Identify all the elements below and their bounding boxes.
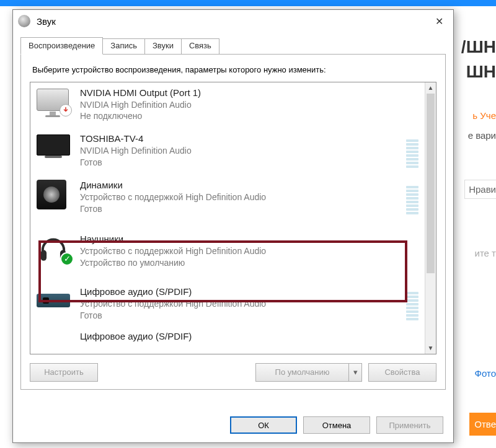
device-title: Динамики [80,180,397,190]
device-status: Устройство по умолчанию [80,257,418,269]
device-title: Цифровое аудио (S/PDIF) [80,286,397,297]
bg-answer-button[interactable]: Отве [469,413,496,436]
device-item[interactable]: Динамики Устройство с поддержкой High De… [30,175,425,221]
device-status: Готов [80,203,397,215]
tab-playback[interactable]: Воспроизведение [20,37,103,55]
vu-meter [406,181,418,214]
tabs-container: Воспроизведение Запись Звуки Связь Выбер… [13,32,453,390]
scroll-up-button[interactable]: ▲ [425,82,436,94]
speaker-icon [37,180,71,211]
spdif-icon [37,286,71,317]
dialog-title: Звук [37,16,56,27]
dialog-footer: ОК Отмена Применить [13,409,453,442]
scrollbar[interactable]: ▲ ▼ [425,82,436,354]
device-subtitle: NVIDIA High Definition Audio [80,99,418,111]
bg-like[interactable]: Нрави [464,180,496,199]
tab-comm[interactable]: Связь [181,38,219,56]
bg-hint: ите т [475,248,496,258]
bg-heading-1: /ШН [461,37,496,57]
close-icon: ✕ [435,15,443,27]
arrow-down-icon [60,104,72,116]
bg-line-2: е вари [468,130,496,141]
background-page-fragment: /ШН ШН ь Уче е вари Нрави ите т Фото [459,0,496,448]
device-item-partial[interactable]: Цифровое аудио (S/PDIF) [30,326,425,353]
device-title: NVIDIA HDMI Output (Port 1) [80,87,418,98]
headphones-icon: ✓ [37,234,71,265]
ok-button[interactable]: ОК [230,416,297,434]
spdif-icon [37,331,71,353]
device-title: Цифровое аудио (S/PDIF) [80,331,418,341]
chevron-down-icon[interactable]: ▾ [348,363,362,382]
tab-sounds[interactable]: Звуки [144,38,182,56]
apply-button[interactable]: Применить [376,416,443,434]
panel-button-row: Настроить По умолчанию ▾ Свойства [30,363,436,382]
check-icon: ✓ [60,252,74,266]
device-listbox[interactable]: NVIDIA HDMI Output (Port 1) NVIDIA High … [30,82,436,354]
device-list-content: NVIDIA HDMI Output (Port 1) NVIDIA High … [30,82,425,354]
device-item[interactable]: TOSHIBA-TV-4 NVIDIA High Definition Audi… [30,128,425,175]
tab-recording[interactable]: Запись [102,38,145,56]
device-item-default[interactable]: ✓ Наушники Устройство с поддержкой High … [30,221,425,281]
bg-heading-2: ШН [466,62,496,82]
device-subtitle: Устройство с поддержкой High Definition … [80,298,397,310]
set-default-split-button[interactable]: По умолчанию ▾ [255,363,362,382]
scroll-down-button[interactable]: ▼ [425,343,436,354]
background-top-bar [0,0,496,6]
vu-meter [406,287,418,320]
titlebar: Звук ✕ [13,10,453,32]
device-subtitle: Устройство с поддержкой High Definition … [80,245,418,257]
vu-meter [406,134,418,168]
device-subtitle: Устройство с поддержкой High Definition … [80,191,397,203]
scroll-track[interactable] [425,94,436,343]
properties-button[interactable]: Свойства [368,363,436,382]
monitor-icon [37,87,71,118]
sound-icon [18,15,30,27]
device-title: Наушники [80,234,418,244]
configure-button[interactable]: Настроить [30,363,98,382]
close-button[interactable]: ✕ [425,11,453,31]
device-status: Готов [80,310,397,322]
instruction-text: Выберите устройство воспроизведения, пар… [32,64,434,76]
svg-rect-0 [41,250,46,260]
sound-dialog: Звук ✕ Воспроизведение Запись Звуки Связ… [12,9,454,443]
device-title: TOSHIBA-TV-4 [80,133,397,144]
tab-panel-playback: Выберите устройство воспроизведения, пар… [20,54,446,390]
tv-icon [37,133,71,164]
device-listbox-wrap: NVIDIA HDMI Output (Port 1) NVIDIA High … [30,82,436,354]
bg-line-1: ь Уче [472,110,496,121]
scroll-thumb[interactable] [427,94,435,273]
device-item[interactable]: Цифровое аудио (S/PDIF) Устройство с под… [30,281,425,328]
device-item[interactable]: NVIDIA HDMI Output (Port 1) NVIDIA High … [30,82,425,129]
cancel-button[interactable]: Отмена [303,416,370,434]
bg-photo-link[interactable]: Фото [475,368,496,379]
device-subtitle: NVIDIA High Definition Audio [80,145,397,157]
tabstrip: Воспроизведение Запись Звуки Связь [20,37,446,55]
device-status: Не подключено [80,110,418,122]
device-status: Готов [80,157,397,169]
set-default-button[interactable]: По умолчанию [255,363,348,382]
